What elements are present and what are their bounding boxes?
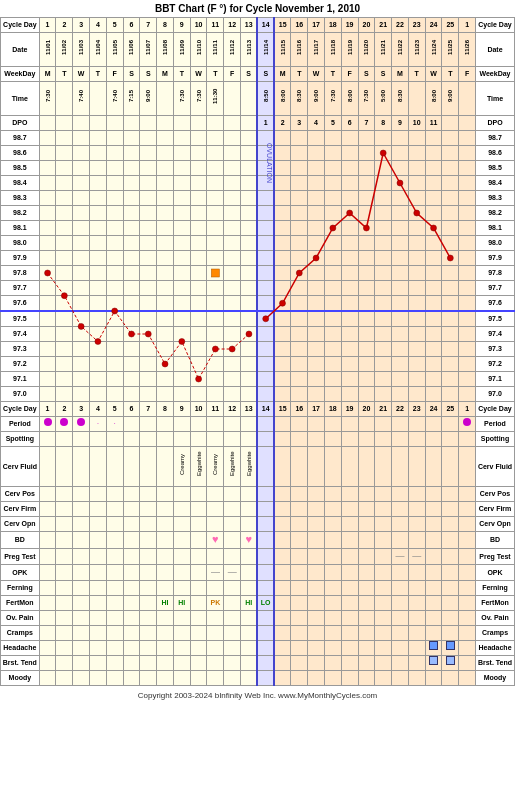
table-cell — [442, 191, 459, 206]
table-cell — [291, 671, 308, 686]
table-cell: T — [56, 67, 73, 82]
table-cell — [106, 596, 123, 611]
table-cell — [56, 251, 73, 266]
table-cell — [73, 417, 90, 432]
table-cell: W — [425, 67, 442, 82]
table-cell — [324, 281, 341, 296]
row-label-left: 97.0 — [1, 387, 40, 402]
table-cell — [123, 447, 140, 487]
table-cell — [308, 611, 325, 626]
table-cell — [408, 502, 425, 517]
table-cell — [173, 281, 190, 296]
table-cell — [341, 161, 358, 176]
table-cell — [39, 342, 56, 357]
table-cell — [190, 116, 207, 131]
row-label-left: BD — [1, 532, 40, 549]
table-cell — [90, 266, 107, 281]
row-label-right: 97.5 — [475, 311, 514, 327]
table-cell — [341, 266, 358, 281]
table-cell: 8:00 — [274, 82, 291, 116]
table-cell: S — [358, 67, 375, 82]
table-cell — [425, 176, 442, 191]
table-cell — [274, 281, 291, 296]
table-cell — [392, 447, 409, 487]
table-cell — [392, 641, 409, 656]
table-cell — [358, 581, 375, 596]
table-cell: HI — [241, 596, 258, 611]
table-cell — [459, 581, 476, 596]
table-cell — [140, 517, 157, 532]
table-cell — [73, 357, 90, 372]
table-cell — [308, 432, 325, 447]
table-cell — [358, 342, 375, 357]
table-cell — [90, 357, 107, 372]
table-cell: 11/02 — [56, 33, 73, 67]
table-cell — [324, 447, 341, 487]
table-cell — [358, 565, 375, 581]
table-cell — [157, 281, 174, 296]
table-cell — [392, 296, 409, 312]
table-cell — [207, 357, 224, 372]
table-cell — [308, 671, 325, 686]
table-cell — [140, 387, 157, 402]
table-cell — [173, 387, 190, 402]
table-cell — [73, 372, 90, 387]
table-cell — [73, 146, 90, 161]
table-cell: S — [375, 67, 392, 82]
table-cell: 11/10 — [190, 33, 207, 67]
row-label-right: Spotting — [475, 432, 514, 447]
table-cell: 11/05 — [106, 33, 123, 67]
table-cell — [459, 517, 476, 532]
table-cell — [425, 146, 442, 161]
table-cell — [241, 432, 258, 447]
table-cell — [90, 502, 107, 517]
table-cell — [291, 251, 308, 266]
table-cell — [392, 206, 409, 221]
table-cell — [257, 296, 274, 312]
table-cell — [442, 432, 459, 447]
table-cell — [123, 116, 140, 131]
table-cell — [341, 432, 358, 447]
table-cell — [291, 281, 308, 296]
table-cell: F — [224, 67, 241, 82]
table-cell — [375, 296, 392, 312]
table-cell — [442, 417, 459, 432]
table-cell — [308, 502, 325, 517]
table-cell: W — [308, 67, 325, 82]
row-label-left: FertMon — [1, 596, 40, 611]
table-cell: 9 — [392, 116, 409, 131]
table-cell — [358, 641, 375, 656]
table-cell: Creamy — [173, 447, 190, 487]
table-cell — [73, 581, 90, 596]
table-cell — [257, 671, 274, 686]
table-cell — [308, 532, 325, 549]
table-cell — [375, 327, 392, 342]
table-cell — [56, 357, 73, 372]
table-cell — [90, 82, 107, 116]
table-cell — [190, 296, 207, 312]
table-cell — [408, 191, 425, 206]
table-cell — [207, 266, 224, 281]
table-cell: 20 — [358, 18, 375, 33]
table-cell — [392, 417, 409, 432]
table-cell — [257, 502, 274, 517]
table-cell — [291, 372, 308, 387]
table-cell — [157, 417, 174, 432]
row-label-right: 98.3 — [475, 191, 514, 206]
table-cell — [324, 387, 341, 402]
table-cell — [375, 641, 392, 656]
table-cell — [106, 327, 123, 342]
table-cell — [241, 611, 258, 626]
table-cell — [173, 266, 190, 281]
table-cell — [106, 131, 123, 146]
table-cell: 11/08 — [157, 33, 174, 67]
table-cell — [308, 656, 325, 671]
table-cell — [90, 221, 107, 236]
table-cell — [123, 206, 140, 221]
table-cell — [157, 251, 174, 266]
table-cell — [425, 221, 442, 236]
table-cell: 21 — [375, 402, 392, 417]
table-cell — [157, 221, 174, 236]
table-cell — [90, 549, 107, 565]
table-cell — [291, 387, 308, 402]
